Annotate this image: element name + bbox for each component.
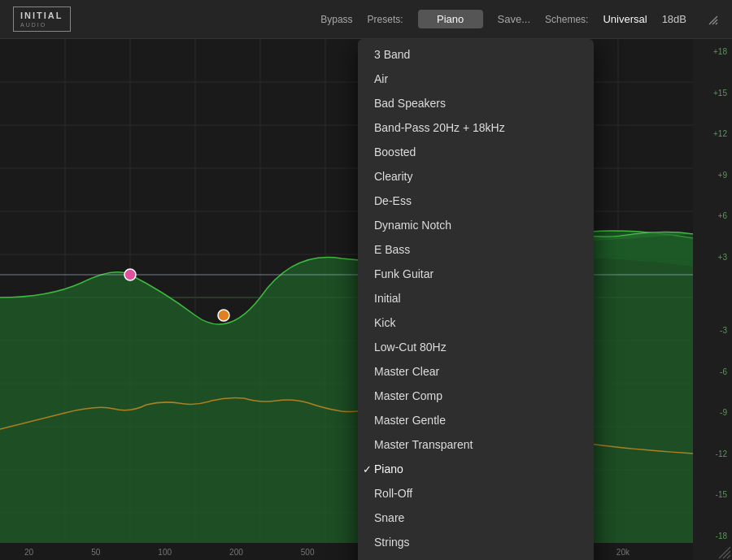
db-tick-9p: +9 (718, 171, 727, 180)
dropdown-item-label: Snare (374, 511, 404, 524)
dropdown-item-label: Dynamic Notch (374, 219, 451, 232)
db-tick-6p: +6 (718, 211, 727, 220)
logo-text-line1: INITIAL (20, 11, 63, 21)
preset-dropdown-menu: 3 BandAirBad SpeakersBand-Pass 20Hz + 18… (358, 39, 594, 560)
dropdown-item-de-ess[interactable]: De-Ess (358, 189, 594, 213)
dropdown-item-boosted[interactable]: Boosted (358, 140, 594, 164)
freq-label-100: 100 (158, 548, 172, 557)
dropdown-item-kick[interactable]: Kick (358, 310, 594, 335)
svg-point-22 (124, 269, 136, 280)
dropdown-item-label: Low-Cut 80Hz (374, 341, 447, 354)
dropdown-item-band-pass-20hz--18khz[interactable]: Band-Pass 20Hz + 18kHz (358, 115, 594, 140)
dropdown-item-telephone[interactable]: Telephone (358, 554, 594, 560)
dropdown-item-bad-speakers[interactable]: Bad Speakers (358, 91, 594, 115)
dropdown-item-label: Piano (374, 462, 403, 475)
svg-point-23 (218, 310, 229, 321)
corner-hatch-icon (716, 544, 732, 560)
bypass-label: Bypass (320, 14, 352, 25)
dropdown-item-label: Master Gentle (374, 414, 446, 427)
dropdown-item-low-cut-80hz[interactable]: Low-Cut 80Hz (358, 335, 594, 359)
freq-label-20k: 20k (617, 548, 630, 557)
header-bar: INITIAL AUDIO Bypass Presets: Piano Save… (0, 0, 732, 39)
dropdown-item-master-comp[interactable]: Master Comp (358, 384, 594, 408)
db-tick-15n: -15 (716, 490, 727, 499)
dropdown-item-label: Band-Pass 20Hz + 18kHz (374, 121, 505, 134)
preset-dropdown-button[interactable]: Piano (418, 10, 483, 28)
dropdown-item-label: 3 Band (374, 48, 410, 61)
dropdown-item-clearity[interactable]: Clearity (358, 164, 594, 189)
schemes-label: Schemes: (545, 14, 588, 25)
dropdown-item-label: Master Clear (374, 365, 439, 378)
db-tick-18p: +18 (713, 47, 727, 56)
dropdown-item-e-bass[interactable]: E Bass (358, 237, 594, 262)
dropdown-item-funk-guitar[interactable]: Funk Guitar (358, 262, 594, 286)
freq-label-200: 200 (229, 548, 243, 557)
db-tick-9n: -9 (720, 408, 727, 417)
dropdown-item-label: Master Transparent (374, 438, 473, 451)
dropdown-item-master-transparent[interactable]: Master Transparent (358, 432, 594, 457)
dropdown-item-label: Clearity (374, 170, 412, 183)
dropdown-item-label: Air (374, 72, 388, 85)
db-tick-3p: +3 (718, 253, 727, 262)
dropdown-item-master-gentle[interactable]: Master Gentle (358, 408, 594, 432)
main-area: 20 50 100 200 500 10k 20k 3 BandAirBad S… (0, 39, 732, 560)
dropdown-item-label: Funk Guitar (374, 267, 434, 280)
svg-line-25 (723, 551, 730, 558)
presets-label: Presets: (368, 14, 403, 25)
dropdown-item-initial[interactable]: Initial (358, 286, 594, 310)
svg-line-26 (727, 555, 730, 558)
db-range-value: 18dB (662, 13, 686, 25)
dropdown-item-label: De-Ess (374, 194, 412, 207)
dropdown-item-dynamic-notch[interactable]: Dynamic Notch (358, 213, 594, 237)
dropdown-item-label: E Bass (374, 243, 410, 256)
db-tick-12p: +12 (713, 129, 727, 138)
dropdown-item-snare[interactable]: Snare (358, 506, 594, 530)
logo-text-line2: AUDIO (20, 22, 63, 28)
schemes-value: Universal (603, 13, 647, 25)
selected-checkmark-icon: ✓ (363, 463, 372, 475)
dropdown-item-roll-off[interactable]: Roll-Off (358, 481, 594, 506)
dropdown-item-label: Roll-Off (374, 487, 412, 500)
dropdown-item-label: Initial (374, 292, 401, 305)
db-tick-12n: -12 (716, 449, 727, 458)
dropdown-item-strings[interactable]: Strings (358, 530, 594, 554)
dropdown-item-label: Master Comp (374, 389, 442, 402)
dropdown-item-3-band[interactable]: 3 Band (358, 42, 594, 67)
db-tick-18n: -18 (716, 532, 727, 540)
freq-label-500: 500 (301, 548, 315, 557)
dropdown-item-label: Bad Speakers (374, 97, 446, 110)
resize-icon (706, 13, 719, 26)
dropdown-item-master-clear[interactable]: Master Clear (358, 359, 594, 384)
logo: INITIAL AUDIO (13, 7, 71, 31)
db-scale: +18 +15 +12 +9 +6 +3 -3 -6 -9 -12 -15 -1… (693, 39, 732, 560)
dropdown-item-label: Kick (374, 316, 395, 329)
dropdown-item-label: Strings (374, 536, 410, 549)
header-controls: Bypass Presets: Piano Save... Schemes: U… (320, 10, 719, 28)
db-tick-3n: -3 (720, 326, 727, 335)
save-button[interactable]: Save... (498, 13, 530, 25)
eq-canvas[interactable]: 20 50 100 200 500 10k 20k 3 BandAirBad S… (0, 39, 693, 560)
db-tick-6n: -6 (720, 367, 727, 376)
dropdown-item-piano[interactable]: ✓Piano (358, 457, 594, 481)
dropdown-item-air[interactable]: Air (358, 67, 594, 91)
dropdown-item-label: Boosted (374, 145, 416, 158)
freq-label-50: 50 (91, 548, 100, 557)
freq-label-20: 20 (24, 548, 33, 557)
svg-line-2 (716, 23, 717, 24)
db-tick-15p: +15 (713, 89, 727, 98)
